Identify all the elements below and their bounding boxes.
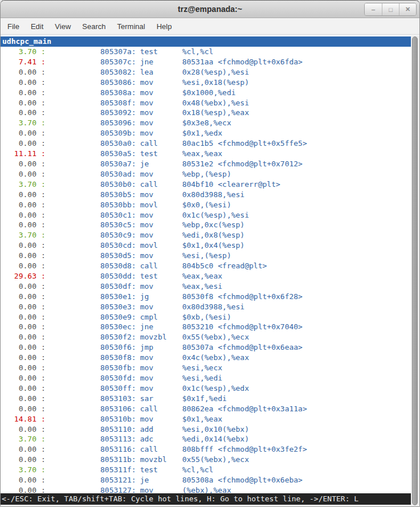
instruction-address: 80530fb: [100, 363, 136, 373]
sample-percent: 0.00 [2, 455, 36, 465]
terminal-viewport[interactable]: udhcpc_main 3.70:805307a:test%cl,%cl7.41… [1, 35, 419, 506]
asm-line[interactable]: 29.63:80530dd:test%eax,%eax [1, 271, 411, 281]
asm-line[interactable]: 0.00:80530e3:mov0x80d3988,%esi [1, 302, 411, 312]
scrollbar-track[interactable] [411, 35, 419, 506]
asm-line[interactable]: 0.00:80530ad:mov%ebp,(%esp) [1, 169, 411, 179]
asm-line[interactable]: 3.70:80530b0:call804bf10 <clearerr@plt> [1, 179, 411, 190]
close-button[interactable]: ✕ [399, 3, 416, 15]
instruction-mnemonic: mov [140, 414, 182, 424]
asm-line[interactable]: 0.00:805308f:mov0x48(%ebx),%esi [1, 98, 411, 108]
sample-percent: 0.00 [2, 281, 36, 292]
asm-line[interactable]: 0.00:8053086:mov%esi,0x18(%esp) [1, 77, 411, 88]
instruction-operands: 0x55(%ebx),%ecx [182, 455, 249, 464]
instruction-operands: 8053210 <fchmod@plt+0x7040> [182, 322, 303, 331]
asm-line[interactable]: 0.00:80530f6:jmp805307a <fchmod@plt+0x6e… [1, 342, 411, 353]
maximize-button[interactable]: □ [382, 3, 399, 15]
instruction-mnemonic: movl [140, 240, 182, 251]
instruction-operands: 805307a <fchmod@plt+0x6eaa> [182, 343, 303, 351]
menu-item-terminal[interactable]: Terminal [112, 19, 151, 34]
sample-percent: 0.00 [2, 363, 36, 373]
asm-line[interactable]: 0.00:80530e1:jg80530f8 <fchmod@plt+0x6f2… [1, 292, 411, 302]
asm-line[interactable]: 0.00:80530a0:call80ac1b5 <fchmod@plt+0x5… [1, 138, 411, 149]
sample-percent: 0.00 [2, 159, 36, 169]
sample-percent: 0.00 [2, 394, 36, 404]
asm-line[interactable]: 14.81:805310b:mov$0x1,%eax [1, 414, 411, 424]
asm-line[interactable]: 0.00:8053092:mov0x18(%esp),%eax [1, 108, 411, 118]
asm-line[interactable]: 3.70:805311f:test%cl,%cl [1, 465, 411, 475]
sample-percent: 0.00 [2, 332, 36, 342]
asm-line[interactable]: 0.00:805311b:movzbl0x55(%ebx),%ecx [1, 455, 411, 465]
instruction-operands: $0x1f,%edi [182, 394, 227, 403]
instruction-address: 80530ff: [100, 383, 136, 394]
asm-line[interactable]: 0.00:805308a:mov$0x1000,%edi [1, 88, 411, 98]
sample-percent: 0.00 [2, 190, 36, 200]
column-separator: : [36, 353, 50, 363]
asm-line[interactable]: 0.00:80530c5:mov%ebp,0xc(%esp) [1, 220, 411, 230]
instruction-operands: $0x1,0x4(%esp) [182, 241, 245, 250]
instruction-address: 80530d5: [100, 251, 136, 261]
instruction-mnemonic: mov [140, 169, 182, 179]
asm-line[interactable]: 3.70:805307a:test%cl,%cl [1, 47, 411, 57]
asm-line[interactable]: 0.00:80530f2:movzbl0x55(%ebx),%ecx [1, 332, 411, 342]
asm-line[interactable]: 0.00:80530d8:call804b5c0 <fread@plt> [1, 261, 411, 271]
asm-line[interactable]: 0.00:8053082:lea0x28(%esp),%esi [1, 67, 411, 77]
asm-line[interactable]: 7.41:805307c:jne80531aa <fchmod@plt+0x6f… [1, 57, 411, 67]
asm-line[interactable]: 0.00:80530fb:mov%esi,%ecx [1, 363, 411, 373]
instruction-operands: 0x18(%esp),%eax [182, 108, 249, 117]
instruction-mnemonic: mov [140, 373, 182, 383]
maximize-icon: □ [389, 6, 393, 13]
menu-item-search[interactable]: Search [76, 19, 111, 34]
menu-item-edit[interactable]: Edit [25, 19, 49, 34]
column-separator: : [36, 149, 50, 159]
asm-line[interactable]: 11.11:80530a5:test%eax,%eax [1, 149, 411, 159]
asm-line[interactable]: 3.70:80530c9:mov%edi,0x8(%esp) [1, 230, 411, 240]
sample-percent: 0.00 [2, 220, 36, 230]
function-header[interactable]: udhcpc_main [1, 36, 411, 47]
asm-line[interactable]: 0.00:80530c1:mov0x1c(%esp),%esi [1, 210, 411, 220]
column-separator: : [36, 179, 50, 190]
asm-line[interactable]: 0.00:8053110:add%esi,0x10(%ebx) [1, 424, 411, 435]
asm-line[interactable]: 0.00:8053116:call808bfff <fchmod@plt+0x3… [1, 444, 411, 455]
instruction-operands: %esi,0x10(%ebx) [182, 425, 249, 434]
instruction-operands: 0x55(%ebx),%ecx [182, 333, 249, 341]
instruction-mnemonic: call [140, 261, 182, 271]
asm-line[interactable]: 0.00:80530cd:movl$0x1,0x4(%esp) [1, 240, 411, 251]
instruction-address: 80530c5: [100, 220, 136, 230]
menu-item-file[interactable]: File [2, 19, 25, 34]
asm-line[interactable]: 0.00:80530df:mov%eax,%esi [1, 281, 411, 292]
asm-line[interactable]: 0.00:8053106:call80862ea <fchmod@plt+0x3… [1, 404, 411, 414]
instruction-mnemonic: mov [140, 190, 182, 200]
instruction-operands: %eax,%esi [182, 282, 222, 291]
instruction-mnemonic: mov [140, 230, 182, 240]
menu-item-view[interactable]: View [49, 19, 76, 34]
asm-line[interactable]: 3.70:8053096:mov$0x3e8,%ecx [1, 118, 411, 128]
asm-line[interactable]: 0.00:80530d5:mov%esi,(%esp) [1, 251, 411, 261]
instruction-mnemonic: adc [140, 434, 182, 444]
minimize-button[interactable]: ‒ [365, 3, 382, 15]
sample-percent: 7.41 [2, 57, 36, 67]
scrollbar-thumb[interactable] [412, 36, 418, 505]
sample-percent: 0.00 [2, 312, 36, 322]
asm-line[interactable]: 0.00:80530b5:mov0x80d3988,%esi [1, 190, 411, 200]
asm-line[interactable]: 0.00:80530a7:je80531e2 <fchmod@plt+0x701… [1, 159, 411, 169]
asm-line[interactable]: 0.00:805309b:mov$0x1,%edx [1, 128, 411, 138]
asm-line[interactable]: 0.00:8053103:sar$0x1f,%edi [1, 394, 411, 404]
instruction-operands: %edi,0x8(%esp) [182, 231, 245, 239]
instruction-operands: 805308a <fchmod@plt+0x6eba> [182, 476, 303, 484]
asm-line[interactable]: 0.00:80530ff:mov0x1c(%esp),%edx [1, 383, 411, 394]
title-bar[interactable]: trz@empanada:~ ‒ □ ✕ [1, 1, 419, 18]
asm-line[interactable]: 0.00:80530e9:cmpl$0xb,(%esi) [1, 312, 411, 322]
asm-line[interactable]: 0.00:80530bb:movl$0x0,(%esi) [1, 200, 411, 210]
asm-line[interactable]: 0.00:80530f8:mov0x4c(%ebx),%eax [1, 353, 411, 363]
instruction-mnemonic: mov [140, 118, 182, 128]
menu-item-help[interactable]: Help [151, 19, 178, 34]
asm-line[interactable]: 0.00:8053121:je805308a <fchmod@plt+0x6eb… [1, 475, 411, 485]
instruction-mnemonic: test [140, 465, 182, 475]
asm-line[interactable]: 3.70:8053113:adc%edi,0x14(%ebx) [1, 434, 411, 444]
instruction-address: 80530a7: [100, 159, 136, 169]
sample-percent: 29.63 [2, 271, 36, 281]
asm-line[interactable]: 0.00:80530ec:jne8053210 <fchmod@plt+0x70… [1, 322, 411, 332]
column-separator: : [36, 210, 50, 220]
asm-line[interactable]: 0.00:80530fd:mov%esi,%edi [1, 373, 411, 383]
column-separator: : [36, 169, 50, 179]
